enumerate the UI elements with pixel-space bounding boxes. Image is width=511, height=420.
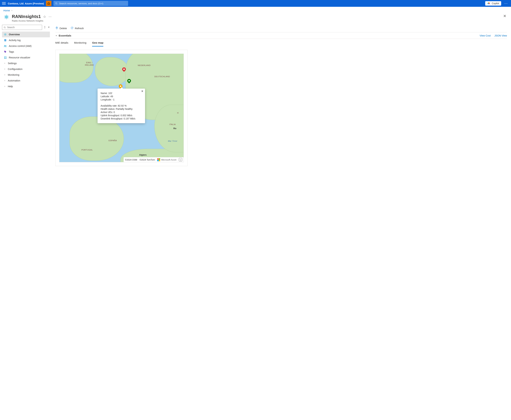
title-more-icon[interactable]: ⋯ xyxy=(49,15,52,18)
feedback-smiley-icon[interactable]: ☺ xyxy=(179,158,182,161)
search-icon xyxy=(4,26,6,29)
svg-point-16 xyxy=(4,57,5,57)
close-blade-icon[interactable]: ✕ xyxy=(503,14,508,18)
log-icon xyxy=(4,39,7,42)
sidebar-item-overview[interactable]: Overview xyxy=(2,31,50,37)
sidebar-item-label: Configuration xyxy=(8,68,22,70)
svg-point-1 xyxy=(55,3,57,4)
chevron-right-icon xyxy=(11,9,13,12)
view-cost-link[interactable]: View Cost xyxy=(480,34,491,37)
resource-header: RANInsights1 ☆ ⋯ Radio Access Network In… xyxy=(0,13,511,24)
refresh-icon xyxy=(71,26,74,30)
svg-rect-10 xyxy=(5,40,6,40)
menu-search-input[interactable] xyxy=(7,26,41,29)
sidebar-item-monitoring[interactable]: Monitoring xyxy=(2,72,50,78)
attribution-msazure: Microsoft Azure xyxy=(157,158,177,161)
chevron-right-icon xyxy=(4,68,6,71)
map-label-algiers: Algiers xyxy=(139,154,147,156)
copilot-label: Copilot xyxy=(492,2,499,5)
collapse-menu-icon[interactable] xyxy=(47,26,50,29)
menu-search[interactable] xyxy=(2,25,42,30)
svg-point-13 xyxy=(4,45,5,46)
svg-point-6 xyxy=(6,16,7,17)
sidebar-item-label: Tags xyxy=(9,50,14,53)
sidebar-item-resource-visualizer[interactable]: Resource visualizer xyxy=(2,55,50,60)
svg-point-7 xyxy=(4,27,5,28)
popup-uplink: Uplink throughput: 0.002 Mb/s xyxy=(101,114,142,117)
chevron-right-icon xyxy=(4,73,6,76)
delete-button[interactable]: Delete xyxy=(55,26,67,30)
essentials-toggle[interactable]: Essentials xyxy=(55,34,71,37)
svg-point-18 xyxy=(4,58,5,59)
sidebar-item-label: Resource visualizer xyxy=(9,56,30,59)
global-search[interactable] xyxy=(53,1,128,6)
resource-type-subtitle: Radio Access Network Insights xyxy=(12,20,52,22)
sidebar-item-label: Access control (IAM) xyxy=(9,45,31,47)
sidebar-item-label: Automation xyxy=(8,79,20,82)
sidebar-item-label: Overview xyxy=(9,33,20,36)
hamburger-menu-icon[interactable] xyxy=(2,1,6,5)
global-top-bar: Contoso, Ltd. Azure (Preview) Copilot ⋯ xyxy=(0,0,511,7)
popup-name: Name: 102 xyxy=(101,92,142,95)
json-view-link[interactable]: JSON View xyxy=(494,34,507,37)
sidebar-item-label: Help xyxy=(8,85,13,88)
favorite-star-icon[interactable]: ☆ xyxy=(43,15,46,19)
page-title: RANInsights1 xyxy=(12,14,41,19)
popup-downlink: Downlink throughput: 0.197 Mb/s xyxy=(101,117,142,120)
popup-longitude: Longitude: -1 xyxy=(101,98,142,101)
tag-icon xyxy=(4,50,7,53)
resource-type-icon xyxy=(3,14,9,20)
sort-updown-icon[interactable] xyxy=(44,26,46,29)
refresh-button[interactable]: Refresh xyxy=(71,26,84,30)
preview-bug-icon[interactable] xyxy=(46,1,52,6)
map-label-deutschland: DEUTSCHLAND xyxy=(154,75,170,78)
breadcrumb: Home xyxy=(0,7,511,13)
popup-availability: Availability rate: 82.92 % xyxy=(101,104,142,107)
popup-close-icon[interactable]: ✕ xyxy=(141,90,143,93)
chevron-down-icon xyxy=(55,35,57,37)
map-popup: ✕ Name: 102 Latitude: 49 Longitude: -1 A… xyxy=(97,89,145,123)
tab-geo-map[interactable]: Geo map xyxy=(92,41,103,46)
search-icon xyxy=(55,2,58,5)
top-more-icon[interactable]: ⋯ xyxy=(503,1,509,5)
svg-point-19 xyxy=(6,58,6,59)
detail-tabs: MIE details Monitoring Geo map xyxy=(55,39,507,47)
svg-point-17 xyxy=(6,57,6,57)
tab-mie-details[interactable]: MIE details xyxy=(55,41,68,46)
popup-health: Health status: Partially healthy xyxy=(101,108,142,110)
sidebar-item-configuration[interactable]: Configuration xyxy=(2,66,50,72)
cmd-label: Delete xyxy=(59,27,67,30)
map-label-h: H xyxy=(177,112,179,114)
gear-icon xyxy=(4,33,7,36)
map-label-espana: ESPAÑA xyxy=(109,140,117,142)
chevron-right-icon xyxy=(4,85,6,88)
map-label-roma: Ro xyxy=(173,127,176,130)
popup-active-ues: Active UEs: 0 xyxy=(101,111,142,113)
sidebar-item-tags[interactable]: Tags xyxy=(2,49,50,55)
map-label-ireland2: IRELAND xyxy=(85,64,94,66)
sidebar-item-activity-log[interactable]: Activity log xyxy=(2,37,50,43)
sidebar-item-settings[interactable]: Settings xyxy=(2,60,50,66)
map-label-nederland: NEDERLAND xyxy=(138,64,150,66)
sidebar-item-help[interactable]: Help xyxy=(2,83,50,89)
svg-point-4 xyxy=(488,2,490,4)
attribution-tomtom: ©2024 TomTom xyxy=(140,158,155,161)
global-search-input[interactable] xyxy=(59,2,126,5)
chevron-right-icon xyxy=(4,62,6,65)
sidebar-item-automation[interactable]: Automation xyxy=(2,78,50,83)
essentials-section: Essentials View Cost JSON View xyxy=(55,32,507,39)
breadcrumb-home[interactable]: Home xyxy=(3,9,10,12)
map-label-ireland1: ÉIRE / xyxy=(86,62,92,64)
sidebar-item-label: Settings xyxy=(8,62,17,65)
map-label-martirrer: Mar Tirrer xyxy=(168,140,177,142)
microsoft-logo-icon xyxy=(157,158,160,161)
visualizer-icon xyxy=(4,56,7,59)
sidebar-item-access-control[interactable]: Access control (IAM) xyxy=(2,43,50,49)
tenant-title: Contoso, Ltd. Azure (Preview) xyxy=(8,2,44,5)
copilot-button[interactable]: Copilot xyxy=(485,1,501,6)
map-label-italia: ITALIA xyxy=(169,123,176,125)
geo-map[interactable]: ÉIRE / IRELAND NEDERLAND DEUTSCHLAND ITA… xyxy=(59,54,184,162)
popup-latitude: Latitude: 49 xyxy=(101,95,142,98)
sidebar-item-label: Activity log xyxy=(9,39,21,42)
tab-monitoring[interactable]: Monitoring xyxy=(74,41,86,46)
